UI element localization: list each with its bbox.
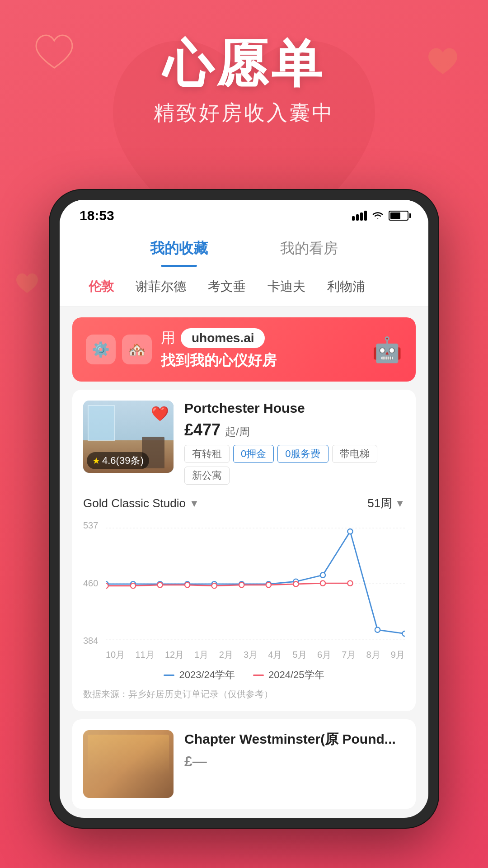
legend-2425: 2024/25学年 bbox=[253, 668, 324, 682]
status-time: 18:53 bbox=[80, 208, 114, 223]
banner-url: uhomes.ai bbox=[181, 328, 265, 348]
phone-mockup: 18:53 bbox=[50, 190, 438, 828]
property-image-1: ❤️ ★ 4.6(39条) bbox=[83, 401, 174, 473]
room-type-selector[interactable]: Gold Classic Studio ▼ bbox=[83, 496, 199, 510]
svg-point-20 bbox=[239, 582, 244, 587]
svg-point-23 bbox=[320, 580, 325, 585]
svg-point-11 bbox=[320, 572, 325, 577]
property-info-2: Chapter Westminster(原 Pound... £— bbox=[184, 730, 405, 798]
property-card-1[interactable]: ❤️ ★ 4.6(39条) Portchester House £477 起/周 bbox=[72, 390, 416, 711]
property-name-2: Chapter Westminster(原 Pound... bbox=[184, 730, 405, 749]
app-subtitle: 精致好房收入囊中 bbox=[0, 99, 488, 127]
tag-new: 新公寓 bbox=[184, 467, 230, 485]
wifi-icon bbox=[371, 211, 384, 221]
x-label-9: 7月 bbox=[342, 649, 356, 661]
banner-prefix: 用 bbox=[161, 328, 175, 348]
x-label-1: 11月 bbox=[135, 649, 154, 661]
property-price-1: £477 起/周 bbox=[184, 420, 405, 439]
legend-dot-blue bbox=[164, 675, 174, 676]
banner-robot-icon: 🤖 bbox=[372, 335, 402, 364]
period-down-arrow: ▼ bbox=[395, 498, 405, 509]
tabs-row: 我的收藏 我的看房 bbox=[60, 228, 428, 267]
svg-point-17 bbox=[157, 582, 162, 587]
tag-fee: 0服务费 bbox=[277, 445, 328, 463]
star-icon: ★ bbox=[92, 455, 100, 466]
phone-frame: 18:53 bbox=[50, 190, 438, 828]
x-label-3: 1月 bbox=[194, 649, 208, 661]
title-section: 心愿单 精致好房收入囊中 bbox=[0, 0, 488, 127]
property-tags-1: 有转租 0押金 0服务费 带电梯 新公寓 bbox=[184, 445, 405, 485]
x-label-10: 8月 bbox=[366, 649, 380, 661]
signal-icon bbox=[352, 211, 367, 221]
tag-deposit: 0押金 bbox=[233, 445, 274, 463]
x-label-2: 12月 bbox=[165, 649, 184, 661]
x-label-0: 10月 bbox=[106, 649, 125, 661]
svg-point-13 bbox=[375, 627, 380, 632]
chart-legend: 2023/24学年 2024/25学年 bbox=[83, 668, 405, 682]
svg-point-24 bbox=[347, 580, 352, 585]
property-heart-icon[interactable]: ❤️ bbox=[151, 405, 169, 422]
legend-dot-red bbox=[253, 675, 264, 676]
status-icons bbox=[352, 211, 408, 221]
city-liverpool[interactable]: 利物浦 bbox=[316, 275, 376, 298]
banner-content: 用 uhomes.ai 找到我的心仪好房 bbox=[161, 328, 363, 371]
ai-banner[interactable]: ⚙️ 🏘️ 用 uhomes.ai 找到我的心仪好房 🤖 bbox=[72, 317, 416, 382]
status-bar: 18:53 bbox=[60, 200, 428, 228]
city-london[interactable]: 伦敦 bbox=[78, 275, 125, 298]
svg-point-15 bbox=[106, 583, 108, 588]
svg-point-16 bbox=[131, 583, 136, 588]
tag-sublease: 有转租 bbox=[184, 445, 230, 463]
city-sheffield[interactable]: 谢菲尔德 bbox=[125, 275, 197, 298]
y-label-mid: 460 bbox=[83, 578, 104, 589]
city-coventry[interactable]: 考文垂 bbox=[197, 275, 257, 298]
x-label-5: 3月 bbox=[244, 649, 258, 661]
banner-filter-icon: ⚙️ bbox=[86, 335, 116, 364]
battery-icon bbox=[389, 211, 408, 221]
property-info-1: Portchester House £477 起/周 有转租 0押金 0服务费 … bbox=[184, 401, 405, 485]
banner-grid-icon: 🏘️ bbox=[122, 335, 152, 364]
phone-screen: 18:53 bbox=[60, 200, 428, 818]
chart-container: Gold Classic Studio ▼ 51周 ▼ 537 bbox=[83, 495, 405, 700]
chart-note: 数据来源：异乡好居历史订单记录（仅供参考） bbox=[83, 688, 405, 700]
property-name-1: Portchester House bbox=[184, 401, 405, 416]
y-label-low: 384 bbox=[83, 636, 104, 646]
x-label-8: 6月 bbox=[317, 649, 331, 661]
city-filter: 伦敦 谢菲尔德 考文垂 卡迪夫 利物浦 bbox=[60, 267, 428, 307]
svg-point-21 bbox=[266, 582, 271, 587]
svg-point-14 bbox=[402, 631, 405, 636]
x-axis-labels: 10月 11月 12月 1月 2月 3月 4月 5月 6月 7月 8月 9月 bbox=[83, 649, 405, 661]
app-title: 心愿单 bbox=[0, 36, 488, 92]
x-label-4: 2月 bbox=[219, 649, 233, 661]
heart-decoration-bl bbox=[14, 271, 41, 296]
banner-suffix: 找到我的心仪好房 bbox=[161, 351, 363, 371]
chart-area: 537 460 384 bbox=[83, 520, 405, 647]
legend-2324: 2023/24学年 bbox=[164, 668, 235, 682]
selector-down-arrow: ▼ bbox=[189, 498, 199, 509]
tag-elevator: 带电梯 bbox=[332, 445, 377, 463]
price-chart-svg bbox=[106, 520, 405, 647]
property-price-2: £— bbox=[184, 753, 405, 770]
svg-point-19 bbox=[212, 583, 217, 588]
svg-point-18 bbox=[185, 582, 190, 587]
x-label-7: 5月 bbox=[293, 649, 307, 661]
x-label-6: 4月 bbox=[268, 649, 282, 661]
y-label-high: 537 bbox=[83, 520, 104, 531]
tab-favorites[interactable]: 我的收藏 bbox=[114, 232, 244, 267]
svg-point-22 bbox=[293, 581, 298, 586]
city-cardiff[interactable]: 卡迪夫 bbox=[257, 275, 316, 298]
property-card-2[interactable]: Chapter Westminster(原 Pound... £— bbox=[72, 719, 416, 809]
svg-point-12 bbox=[347, 529, 352, 534]
property-rating: ★ 4.6(39条) bbox=[87, 452, 149, 469]
property-image-2 bbox=[83, 730, 174, 798]
period-selector[interactable]: 51周 ▼ bbox=[367, 495, 405, 511]
tab-viewings[interactable]: 我的看房 bbox=[244, 232, 374, 267]
x-label-11: 9月 bbox=[391, 649, 405, 661]
